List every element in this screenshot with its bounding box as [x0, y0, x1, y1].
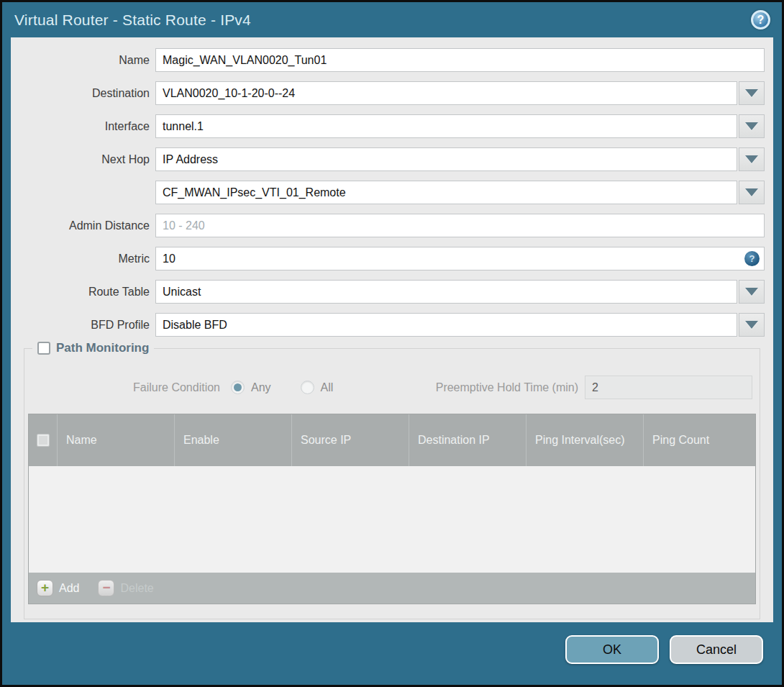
admin-distance-input[interactable]	[155, 214, 765, 237]
delete-button-label: Delete	[120, 582, 153, 595]
dialog-title: Virtual Router - Static Route - IPv4	[14, 12, 251, 29]
route-table-label: Route Table	[11, 286, 150, 299]
failure-condition-all-radio[interactable]	[301, 381, 314, 394]
column-header-source-ip[interactable]: Source IP	[292, 414, 409, 466]
column-header-name[interactable]: Name	[58, 414, 175, 466]
destination-dropdown-button[interactable]	[739, 81, 765, 105]
table-header-row: Name Enable Source IP Destination IP Pin…	[29, 414, 755, 466]
route-table-input[interactable]	[155, 280, 737, 304]
form-row-metric: Metric ?	[11, 247, 773, 270]
admin-distance-label: Admin Distance	[11, 219, 150, 232]
radio-selected-dot	[234, 383, 242, 391]
cancel-button[interactable]: Cancel	[670, 635, 763, 664]
failure-condition-label: Failure Condition	[24, 381, 220, 394]
chevron-down-icon	[745, 155, 758, 163]
next-hop-address-dropdown-button[interactable]	[739, 181, 765, 204]
column-header-enable[interactable]: Enable	[175, 414, 292, 466]
chevron-down-icon	[745, 188, 758, 196]
path-monitoring-section: Path Monitoring Failure Condition Any Al…	[24, 348, 760, 619]
form-row-bfd-profile: BFD Profile	[11, 313, 773, 337]
table-body-empty	[29, 466, 755, 573]
help-icon[interactable]: ?	[751, 10, 770, 29]
name-label: Name	[11, 54, 150, 67]
delete-button[interactable]: − Delete	[98, 580, 153, 596]
next-hop-type-input[interactable]	[155, 147, 737, 171]
table-toolbar: + Add − Delete	[29, 573, 755, 604]
metric-input[interactable]	[155, 247, 765, 270]
add-button-label: Add	[59, 582, 79, 595]
failure-condition-all-label: All	[321, 381, 334, 394]
preemptive-hold-time-label: Preemptive Hold Time (min)	[436, 381, 578, 394]
form-row-next-hop: Next Hop	[11, 147, 773, 171]
form-row-next-hop-address	[11, 181, 773, 204]
name-input[interactable]	[155, 48, 765, 72]
bfd-profile-label: BFD Profile	[11, 319, 150, 332]
dialog-virtual-router-static-route: Virtual Router - Static Route - IPv4 ? N…	[0, 0, 784, 687]
form-row-interface: Interface	[11, 114, 773, 138]
interface-label: Interface	[11, 120, 150, 133]
chevron-down-icon	[745, 89, 758, 97]
add-button[interactable]: + Add	[37, 580, 79, 596]
path-monitoring-checkbox[interactable]	[37, 342, 50, 355]
destination-input[interactable]	[155, 81, 737, 105]
next-hop-label: Next Hop	[11, 153, 150, 166]
plus-icon: +	[37, 580, 53, 596]
next-hop-address-input[interactable]	[155, 181, 737, 204]
path-monitoring-legend: Path Monitoring	[32, 341, 154, 355]
metric-help-icon[interactable]: ?	[744, 251, 760, 266]
minus-icon: −	[98, 580, 114, 596]
route-table-dropdown-button[interactable]	[739, 280, 765, 304]
dialog-footer: OK Cancel	[2, 622, 782, 685]
select-all-checkbox[interactable]	[37, 434, 50, 447]
form-row-destination: Destination	[11, 81, 773, 105]
failure-condition-row: Failure Condition Any All Preemptive Hol…	[24, 349, 760, 399]
destination-label: Destination	[11, 87, 150, 100]
failure-condition-any-radio[interactable]	[231, 381, 245, 394]
interface-input[interactable]	[155, 114, 737, 138]
dialog-titlebar: Virtual Router - Static Route - IPv4 ?	[2, 2, 782, 37]
chevron-down-icon	[745, 122, 758, 130]
path-monitoring-title: Path Monitoring	[56, 341, 149, 355]
column-header-ping-interval[interactable]: Ping Interval(sec)	[527, 414, 644, 466]
interface-dropdown-button[interactable]	[739, 114, 765, 138]
path-monitoring-table: Name Enable Source IP Destination IP Pin…	[28, 414, 756, 604]
failure-condition-any-label: Any	[251, 381, 271, 394]
dialog-body: Name Destination Interface	[11, 37, 773, 622]
ok-button[interactable]: OK	[565, 635, 659, 664]
chevron-down-icon	[745, 321, 758, 329]
form-row-admin-distance: Admin Distance	[11, 214, 773, 237]
form-row-route-table: Route Table	[11, 280, 773, 304]
form-row-name: Name	[11, 48, 773, 72]
bfd-profile-dropdown-button[interactable]	[739, 313, 765, 337]
column-header-destination-ip[interactable]: Destination IP	[409, 414, 527, 466]
column-header-ping-count[interactable]: Ping Count	[644, 414, 755, 466]
preemptive-hold-time-input[interactable]	[585, 376, 752, 399]
metric-label: Metric	[11, 252, 150, 265]
chevron-down-icon	[745, 288, 758, 296]
next-hop-type-dropdown-button[interactable]	[739, 147, 765, 171]
bfd-profile-input[interactable]	[155, 313, 737, 337]
table-header-select	[29, 414, 58, 466]
